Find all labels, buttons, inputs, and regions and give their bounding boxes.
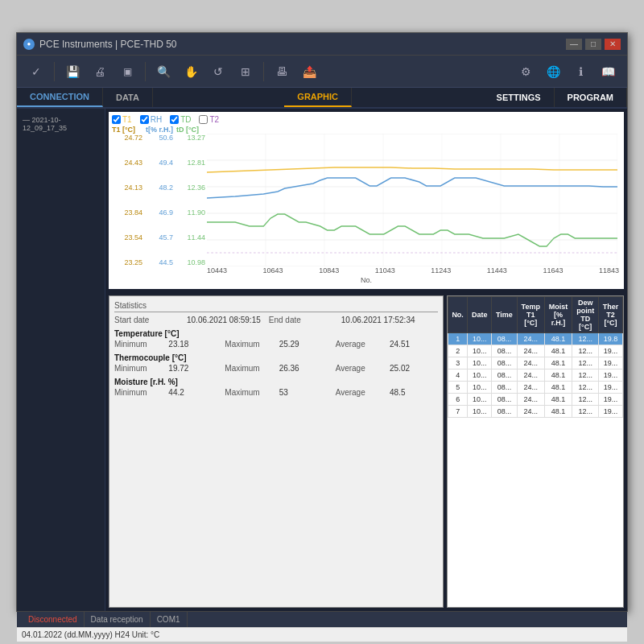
chart-container: T1 RH TD T2 24.72 <box>109 112 624 289</box>
minimize-button[interactable]: — <box>566 39 582 50</box>
table-cell: 24... <box>517 382 544 394</box>
table-cell: 10... <box>468 333 492 345</box>
end-date-label: End date <box>269 316 333 324</box>
globe-button[interactable]: 🌐 <box>540 59 566 85</box>
chart-area: 24.72 24.43 24.13 23.84 23.54 23.25 T1 [… <box>112 126 621 275</box>
hand-button[interactable]: ✋ <box>178 59 204 85</box>
table-cell: 12... <box>572 382 599 394</box>
info-button[interactable]: ℹ <box>568 59 593 85</box>
moisture-avg-label: Average <box>336 388 382 397</box>
table-cell: 19... <box>599 345 623 357</box>
checkbox-t1[interactable]: T1 <box>112 115 132 124</box>
y-axis-td: 13.27 12.81 12.36 11.90 11.44 10.98 <box>176 134 205 266</box>
stats-dates-row: Start date 10.06.2021 08:59:15 End date … <box>114 316 438 324</box>
y-axis-t1-label: T1 [°C] <box>112 126 135 134</box>
checkbox-td[interactable]: TD <box>170 115 191 124</box>
table-row[interactable]: 210...08...24...48.112...19... <box>448 345 623 357</box>
table-cell: 3 <box>448 357 468 369</box>
col-moist: Moist[%r.H.] <box>544 297 572 333</box>
table-row[interactable]: 310...08...24...48.112...19... <box>448 357 623 369</box>
moisture-min-label: Minimum <box>114 388 160 397</box>
checkbox-rh[interactable]: RH <box>140 115 162 124</box>
table-cell: 19.8 <box>599 333 623 345</box>
table-cell: 48.1 <box>544 357 572 369</box>
tab-program[interactable]: PROGRAM <box>555 88 627 107</box>
table-cell: 48.1 <box>544 345 572 357</box>
maximize-button[interactable]: □ <box>585 39 601 50</box>
table-cell: 24... <box>517 406 544 418</box>
checkbox-t2[interactable]: T2 <box>199 115 219 124</box>
table-row[interactable]: 110...08...24...48.112...19.8 <box>448 333 623 345</box>
settings-gear-button[interactable]: ⚙ <box>513 59 539 85</box>
title-bar-controls: — □ ✕ <box>566 39 621 50</box>
status-bottom: 04.01.2022 (dd.MM.yyyy) H24 Unit: °C <box>17 627 627 642</box>
table-row[interactable]: 710...08...24...48.112...19... <box>448 406 623 418</box>
title-bar: ● PCE Instruments | PCE-THD 50 — □ ✕ <box>17 33 627 56</box>
book-button[interactable]: 📖 <box>595 59 621 85</box>
moisture-section-title: Moisture [r.H. %] <box>114 378 438 386</box>
tab-connection[interactable]: CONNECTION <box>17 88 103 107</box>
t1-checkbox[interactable] <box>112 115 121 124</box>
table-cell: 08... <box>492 394 517 406</box>
nav-spacer <box>153 88 284 107</box>
table-cell: 48.1 <box>544 382 572 394</box>
thermo-stats-row: Minimum 19.72 Maximum 26.36 Average 25.0… <box>114 364 438 373</box>
status-data-reception: Data reception <box>85 612 151 627</box>
window-title: PCE Instruments | PCE-THD 50 <box>39 39 566 50</box>
thermo-avg-value: 25.02 <box>390 364 438 373</box>
toolbar: ✓ 💾 🖨 ▣ 🔍 ✋ ↺ ⊞ 🖶 📤 ⚙ 🌐 ℹ 📖 <box>17 56 627 88</box>
status-com: COM1 <box>151 612 188 627</box>
table-row[interactable]: 610...08...24...48.112...19... <box>448 394 623 406</box>
temp-avg-label: Average <box>336 340 382 349</box>
grid-button[interactable]: ⊞ <box>233 59 258 85</box>
table-cell: 24... <box>517 333 544 345</box>
thermo-section-title: Thermocouple [°C] <box>114 353 438 362</box>
check-button[interactable]: ✓ <box>23 59 49 85</box>
col-time: Time <box>492 297 517 333</box>
table-cell: 10... <box>468 382 492 394</box>
table-cell: 2 <box>448 345 468 357</box>
thermo-min-label: Minimum <box>114 364 160 373</box>
y-axis-rh: 50.6 49.4 48.2 46.9 45.7 44.5 <box>146 134 173 266</box>
table-cell: 08... <box>492 406 517 418</box>
x-axis-labels: 10443 10643 10843 11043 11243 11443 1164… <box>207 266 619 275</box>
t2-checkbox[interactable] <box>199 115 208 124</box>
zoom-button[interactable]: 🔍 <box>151 59 176 85</box>
col-t1: TempT1[°C] <box>517 297 544 333</box>
table-cell: 08... <box>492 333 517 345</box>
refresh-button[interactable]: ↺ <box>205 59 231 85</box>
main-content: T1 RH TD T2 24.72 <box>105 109 627 611</box>
table-cell: 48.1 <box>544 406 572 418</box>
moisture-stats-row: Minimum 44.2 Maximum 53 Average 48.5 <box>114 388 438 397</box>
td-checkbox[interactable] <box>170 115 179 124</box>
table-row[interactable]: 510...08...24...48.112...19... <box>448 382 623 394</box>
tab-settings[interactable]: SETTINGS <box>484 88 555 107</box>
print3-button[interactable]: 🖶 <box>269 59 295 85</box>
tab-graphic[interactable]: GRAPHIC <box>284 88 352 107</box>
y-axis-t1: 24.72 24.43 24.13 23.84 23.54 23.25 <box>112 134 142 266</box>
tab-data[interactable]: DATA <box>103 88 153 107</box>
chart-svg <box>207 134 617 266</box>
close-button[interactable]: ✕ <box>605 39 621 50</box>
table-cell: 08... <box>492 382 517 394</box>
table-cell: 24... <box>517 369 544 382</box>
table-cell: 19... <box>599 369 623 382</box>
print2-button[interactable]: ▣ <box>114 59 140 85</box>
table-cell: 48.1 <box>544 369 572 382</box>
table-cell: 24... <box>517 357 544 369</box>
table-cell: 10... <box>468 369 492 382</box>
sidebar: — 2021-10-12_09_17_35 <box>17 109 105 611</box>
table-cell: 12... <box>572 369 599 382</box>
rh-checkbox[interactable] <box>140 115 149 124</box>
table-row[interactable]: 410...08...24...48.112...19... <box>448 369 623 382</box>
export-button[interactable]: 📤 <box>296 59 322 85</box>
end-date-value: 10.06.2021 17:52:34 <box>341 316 415 324</box>
bottom-info: 04.01.2022 (dd.MM.yyyy) H24 Unit: °C <box>22 630 159 639</box>
sidebar-date: — 2021-10-12_09_17_35 <box>20 114 101 134</box>
table-cell: 19... <box>599 394 623 406</box>
status-disconnected: Disconnected <box>22 612 85 627</box>
main-window: ● PCE Instruments | PCE-THD 50 — □ ✕ ✓ 💾… <box>16 32 628 612</box>
save-button[interactable]: 💾 <box>60 59 85 85</box>
print-setup-button[interactable]: 🖨 <box>87 59 113 85</box>
table-cell: 08... <box>492 369 517 382</box>
